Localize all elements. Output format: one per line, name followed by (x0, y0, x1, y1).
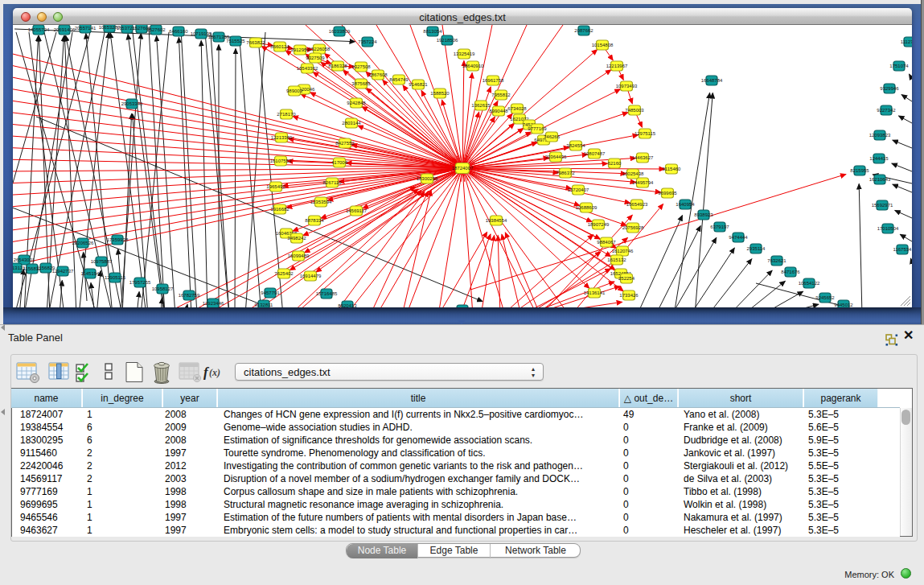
svg-text:13325419: 13325419 (454, 51, 475, 56)
svg-text:29053346: 29053346 (121, 101, 143, 106)
svg-text:18724007: 18724007 (452, 166, 474, 171)
svg-text:16033809: 16033809 (329, 29, 351, 34)
svg-text:12975115: 12975115 (634, 131, 656, 136)
svg-text:17359938: 17359938 (107, 237, 129, 242)
svg-text:7357224: 7357224 (358, 39, 377, 44)
svg-text:10807487: 10807487 (584, 151, 606, 156)
svg-text:8267110: 8267110 (323, 180, 343, 185)
svg-text:19384554: 19384554 (486, 218, 507, 223)
svg-text:1751074: 1751074 (889, 64, 909, 68)
svg-text:26543001: 26543001 (14, 257, 35, 262)
svg-text:15716485: 15716485 (316, 291, 338, 296)
svg-text:16543362: 16543362 (297, 66, 318, 71)
svg-text:1167534: 1167534 (893, 247, 912, 252)
svg-text:15692971: 15692971 (872, 203, 893, 208)
svg-text:15226058: 15226058 (309, 47, 331, 51)
svg-text:10958127: 10958127 (152, 286, 174, 291)
svg-text:20756928: 20756928 (622, 225, 644, 230)
svg-text:9327508: 9327508 (351, 64, 371, 69)
svg-text:17010504: 17010504 (877, 226, 899, 231)
svg-text:7625402: 7625402 (274, 271, 294, 276)
svg-text:2867608: 2867608 (368, 72, 388, 77)
svg-text:1527602: 1527602 (146, 27, 166, 32)
svg-text:12353594: 12353594 (310, 200, 332, 204)
svg-text:14569117: 14569117 (346, 208, 368, 213)
svg-text:9245652: 9245652 (815, 295, 835, 300)
svg-text:1733426: 1733426 (619, 293, 639, 298)
svg-text:9227342: 9227342 (877, 108, 896, 113)
svg-text:1244415: 1244415 (869, 156, 889, 161)
svg-text:8938923: 8938923 (694, 212, 713, 217)
svg-text:8660124: 8660124 (270, 44, 290, 49)
svg-text:17957255: 17957255 (129, 280, 151, 285)
svg-text:9132811: 9132811 (255, 303, 274, 307)
svg-text:16782759: 16782759 (179, 293, 200, 298)
svg-text:19218506: 19218506 (437, 38, 458, 43)
svg-text:8878334: 8878334 (305, 218, 324, 223)
svg-text:10154808: 10154808 (592, 43, 614, 47)
svg-text:12093823: 12093823 (869, 133, 891, 138)
svg-text:1965492: 1965492 (266, 184, 285, 189)
svg-text:10975887: 10975887 (91, 259, 113, 264)
svg-text:14136141: 14136141 (584, 290, 606, 295)
svg-text:9474444: 9474444 (729, 235, 748, 240)
svg-text:9884067: 9884067 (597, 240, 616, 245)
svg-text:9327509: 9327509 (306, 56, 325, 60)
svg-text:16961758: 16961758 (483, 78, 504, 83)
svg-text:9777169: 9777169 (528, 126, 547, 131)
svg-text:15720407: 15720407 (568, 187, 589, 192)
svg-text:20206526: 20206526 (72, 241, 94, 245)
svg-text:14055724: 14055724 (28, 27, 50, 32)
svg-text:(x): (x) (209, 367, 220, 378)
svg-text:2087662: 2087662 (574, 28, 593, 33)
svg-text:8471676: 8471676 (781, 270, 800, 274)
svg-text:989003: 989003 (286, 89, 303, 93)
svg-text:1362615: 1362615 (471, 103, 491, 108)
svg-text:12213369: 12213369 (271, 135, 293, 140)
svg-text:3498242: 3498242 (287, 236, 306, 241)
svg-text:18640910: 18640910 (462, 64, 484, 68)
svg-text:1916682: 1916682 (270, 207, 290, 212)
svg-text:16210643: 16210643 (869, 177, 891, 182)
svg-text:7986372: 7986372 (556, 171, 575, 175)
svg-text:7632621: 7632621 (767, 258, 786, 263)
svg-text:1112776: 1112776 (901, 39, 912, 44)
svg-text:10025438: 10025438 (622, 171, 644, 176)
svg-text:18300295: 18300295 (417, 176, 438, 181)
svg-text:16107553: 16107553 (270, 159, 292, 163)
svg-text:10973493: 10973493 (616, 84, 638, 89)
svg-text:7485003: 7485003 (625, 108, 644, 113)
svg-text:12905115: 12905115 (105, 275, 126, 280)
svg-text:8186328: 8186328 (328, 64, 347, 68)
svg-text:3824554: 3824554 (566, 143, 585, 148)
svg-text:10688609: 10688609 (576, 205, 598, 210)
svg-text:2803144: 2803144 (342, 121, 361, 126)
svg-text:417004: 417004 (331, 160, 348, 165)
svg-text:62160: 62160 (608, 161, 622, 166)
svg-text:746266: 746266 (544, 134, 561, 139)
svg-text:8990448: 8990448 (489, 109, 508, 113)
svg-text:6734028: 6734028 (507, 106, 527, 111)
svg-text:8215955: 8215955 (850, 168, 869, 173)
svg-text:9329946: 9329946 (880, 86, 899, 91)
svg-text:1588520: 1588520 (430, 91, 450, 96)
svg-text:9146821: 9146821 (409, 82, 428, 87)
svg-text:8427552: 8427552 (335, 141, 355, 146)
svg-text:252254: 252254 (618, 276, 635, 281)
svg-text:12942737: 12942737 (52, 269, 74, 274)
svg-text:18907249: 18907249 (588, 222, 610, 227)
svg-text:6466160: 6466160 (169, 29, 188, 34)
svg-text:8920413: 8920413 (338, 303, 357, 307)
svg-text:7515525: 7515525 (226, 39, 245, 43)
svg-text:3875685: 3875685 (351, 81, 371, 86)
svg-text:2935114: 2935114 (747, 246, 766, 251)
svg-text:8454749: 8454749 (389, 77, 409, 82)
svg-text:20691406: 20691406 (54, 27, 76, 32)
svg-text:12213967: 12213967 (606, 64, 628, 68)
svg-text:20364436: 20364436 (545, 154, 567, 159)
svg-text:3912954: 3912954 (290, 47, 310, 52)
svg-text:6379197: 6379197 (710, 225, 729, 229)
svg-text:9242848: 9242848 (347, 101, 366, 105)
svg-text:16099489: 16099489 (288, 253, 310, 258)
svg-text:8813054: 8813054 (423, 29, 442, 34)
